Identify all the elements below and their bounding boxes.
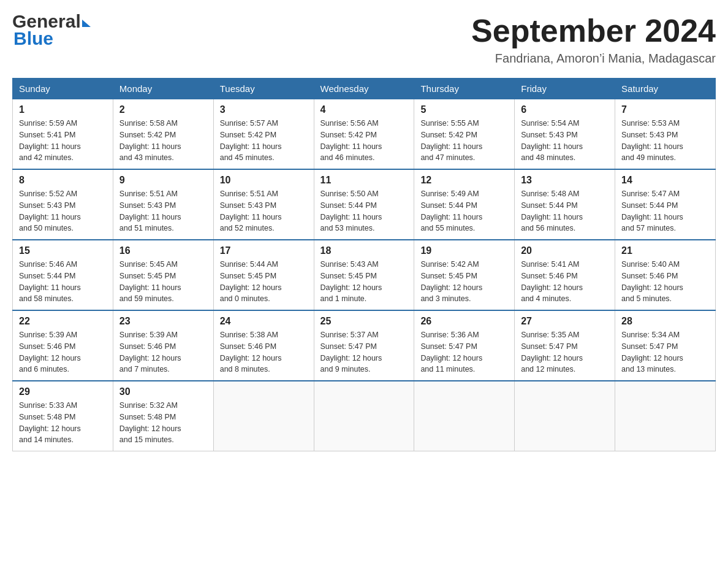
week-row-5: 29Sunrise: 5:33 AMSunset: 5:48 PMDayligh… (13, 381, 716, 451)
day-info: Sunrise: 5:42 AMSunset: 5:45 PMDaylight:… (420, 259, 508, 305)
day-info: Sunrise: 5:37 AMSunset: 5:47 PMDaylight:… (320, 329, 408, 375)
day-number: 7 (621, 104, 709, 115)
calendar-cell: 30Sunrise: 5:32 AMSunset: 5:48 PMDayligh… (113, 381, 213, 451)
header-saturday: Saturday (615, 79, 716, 99)
header-row: SundayMondayTuesdayWednesdayThursdayFrid… (13, 79, 716, 99)
calendar-cell: 2Sunrise: 5:58 AMSunset: 5:42 PMDaylight… (113, 99, 213, 170)
day-info: Sunrise: 5:52 AMSunset: 5:43 PMDaylight:… (19, 188, 107, 234)
day-info: Sunrise: 5:51 AMSunset: 5:43 PMDaylight:… (119, 188, 207, 234)
day-number: 21 (621, 245, 709, 256)
day-info: Sunrise: 5:40 AMSunset: 5:46 PMDaylight:… (621, 259, 709, 305)
calendar-cell: 4Sunrise: 5:56 AMSunset: 5:42 PMDaylight… (314, 99, 414, 170)
calendar-cell: 18Sunrise: 5:43 AMSunset: 5:45 PMDayligh… (314, 240, 414, 310)
calendar-table: SundayMondayTuesdayWednesdayThursdayFrid… (12, 78, 716, 451)
calendar-cell: 29Sunrise: 5:33 AMSunset: 5:48 PMDayligh… (13, 381, 113, 451)
day-info: Sunrise: 5:38 AMSunset: 5:46 PMDaylight:… (220, 329, 308, 375)
calendar-cell: 8Sunrise: 5:52 AMSunset: 5:43 PMDaylight… (13, 169, 113, 240)
day-info: Sunrise: 5:48 AMSunset: 5:44 PMDaylight:… (521, 188, 609, 234)
calendar-cell: 23Sunrise: 5:39 AMSunset: 5:46 PMDayligh… (113, 310, 213, 381)
day-number: 18 (320, 245, 408, 256)
calendar-cell (213, 381, 314, 451)
calendar-cell: 24Sunrise: 5:38 AMSunset: 5:46 PMDayligh… (213, 310, 314, 381)
logo-blue-text: Blue (12, 29, 91, 48)
day-info: Sunrise: 5:39 AMSunset: 5:46 PMDaylight:… (19, 329, 107, 375)
day-info: Sunrise: 5:49 AMSunset: 5:44 PMDaylight:… (420, 188, 508, 234)
logo-arrow-icon (82, 20, 91, 27)
day-info: Sunrise: 5:55 AMSunset: 5:42 PMDaylight:… (420, 118, 508, 164)
day-info: Sunrise: 5:35 AMSunset: 5:47 PMDaylight:… (521, 329, 609, 375)
calendar-cell (314, 381, 414, 451)
day-number: 6 (521, 104, 609, 115)
day-number: 15 (19, 245, 107, 256)
day-number: 28 (621, 316, 709, 327)
calendar-cell: 16Sunrise: 5:45 AMSunset: 5:45 PMDayligh… (113, 240, 213, 310)
calendar-cell: 25Sunrise: 5:37 AMSunset: 5:47 PMDayligh… (314, 310, 414, 381)
page-header: General Blue September 2024 Fandriana, A… (12, 12, 716, 66)
day-number: 2 (119, 104, 207, 115)
day-info: Sunrise: 5:46 AMSunset: 5:44 PMDaylight:… (19, 259, 107, 305)
day-info: Sunrise: 5:34 AMSunset: 5:47 PMDaylight:… (621, 329, 709, 375)
header-sunday: Sunday (13, 79, 113, 99)
calendar-cell: 13Sunrise: 5:48 AMSunset: 5:44 PMDayligh… (515, 169, 615, 240)
header-friday: Friday (515, 79, 615, 99)
week-row-1: 1Sunrise: 5:59 AMSunset: 5:41 PMDaylight… (13, 99, 716, 170)
calendar-cell: 15Sunrise: 5:46 AMSunset: 5:44 PMDayligh… (13, 240, 113, 310)
day-number: 5 (420, 104, 508, 115)
calendar-cell: 19Sunrise: 5:42 AMSunset: 5:45 PMDayligh… (414, 240, 515, 310)
day-info: Sunrise: 5:41 AMSunset: 5:46 PMDaylight:… (521, 259, 609, 305)
day-number: 17 (220, 245, 308, 256)
day-info: Sunrise: 5:32 AMSunset: 5:48 PMDaylight:… (119, 400, 207, 446)
day-info: Sunrise: 5:58 AMSunset: 5:42 PMDaylight:… (119, 118, 207, 164)
day-number: 22 (19, 316, 107, 327)
calendar-cell: 27Sunrise: 5:35 AMSunset: 5:47 PMDayligh… (515, 310, 615, 381)
day-number: 27 (521, 316, 609, 327)
calendar-cell: 10Sunrise: 5:51 AMSunset: 5:43 PMDayligh… (213, 169, 314, 240)
calendar-cell (515, 381, 615, 451)
day-number: 10 (220, 175, 308, 186)
header-thursday: Thursday (414, 79, 515, 99)
day-info: Sunrise: 5:39 AMSunset: 5:46 PMDaylight:… (119, 329, 207, 375)
day-number: 19 (420, 245, 508, 256)
logo: General Blue (12, 12, 91, 48)
calendar-cell: 11Sunrise: 5:50 AMSunset: 5:44 PMDayligh… (314, 169, 414, 240)
calendar-cell: 20Sunrise: 5:41 AMSunset: 5:46 PMDayligh… (515, 240, 615, 310)
day-number: 4 (320, 104, 408, 115)
day-number: 13 (521, 175, 609, 186)
week-row-3: 15Sunrise: 5:46 AMSunset: 5:44 PMDayligh… (13, 240, 716, 310)
day-number: 12 (420, 175, 508, 186)
calendar-cell: 9Sunrise: 5:51 AMSunset: 5:43 PMDaylight… (113, 169, 213, 240)
month-title: September 2024 (471, 12, 716, 49)
day-info: Sunrise: 5:47 AMSunset: 5:44 PMDaylight:… (621, 188, 709, 234)
calendar-cell: 17Sunrise: 5:44 AMSunset: 5:45 PMDayligh… (213, 240, 314, 310)
day-info: Sunrise: 5:33 AMSunset: 5:48 PMDaylight:… (19, 400, 107, 446)
calendar-cell: 5Sunrise: 5:55 AMSunset: 5:42 PMDaylight… (414, 99, 515, 170)
calendar-cell: 12Sunrise: 5:49 AMSunset: 5:44 PMDayligh… (414, 169, 515, 240)
day-info: Sunrise: 5:54 AMSunset: 5:43 PMDaylight:… (521, 118, 609, 164)
calendar-cell: 22Sunrise: 5:39 AMSunset: 5:46 PMDayligh… (13, 310, 113, 381)
day-number: 16 (119, 245, 207, 256)
calendar-cell: 21Sunrise: 5:40 AMSunset: 5:46 PMDayligh… (615, 240, 716, 310)
day-info: Sunrise: 5:53 AMSunset: 5:43 PMDaylight:… (621, 118, 709, 164)
header-wednesday: Wednesday (314, 79, 414, 99)
calendar-cell: 3Sunrise: 5:57 AMSunset: 5:42 PMDaylight… (213, 99, 314, 170)
day-number: 25 (320, 316, 408, 327)
day-info: Sunrise: 5:57 AMSunset: 5:42 PMDaylight:… (220, 118, 308, 164)
week-row-4: 22Sunrise: 5:39 AMSunset: 5:46 PMDayligh… (13, 310, 716, 381)
day-info: Sunrise: 5:43 AMSunset: 5:45 PMDaylight:… (320, 259, 408, 305)
day-info: Sunrise: 5:59 AMSunset: 5:41 PMDaylight:… (19, 118, 107, 164)
day-info: Sunrise: 5:44 AMSunset: 5:45 PMDaylight:… (220, 259, 308, 305)
calendar-cell: 28Sunrise: 5:34 AMSunset: 5:47 PMDayligh… (615, 310, 716, 381)
day-info: Sunrise: 5:50 AMSunset: 5:44 PMDaylight:… (320, 188, 408, 234)
day-number: 1 (19, 104, 107, 115)
day-info: Sunrise: 5:56 AMSunset: 5:42 PMDaylight:… (320, 118, 408, 164)
calendar-cell: 26Sunrise: 5:36 AMSunset: 5:47 PMDayligh… (414, 310, 515, 381)
day-info: Sunrise: 5:36 AMSunset: 5:47 PMDaylight:… (420, 329, 508, 375)
calendar-cell: 7Sunrise: 5:53 AMSunset: 5:43 PMDaylight… (615, 99, 716, 170)
header-monday: Monday (113, 79, 213, 99)
calendar-cell: 14Sunrise: 5:47 AMSunset: 5:44 PMDayligh… (615, 169, 716, 240)
location-subtitle: Fandriana, Amoron’i Mania, Madagascar (471, 52, 716, 66)
day-number: 29 (19, 386, 107, 397)
day-number: 11 (320, 175, 408, 186)
title-area: September 2024 Fandriana, Amoron’i Mania… (471, 12, 716, 66)
calendar-cell: 6Sunrise: 5:54 AMSunset: 5:43 PMDaylight… (515, 99, 615, 170)
